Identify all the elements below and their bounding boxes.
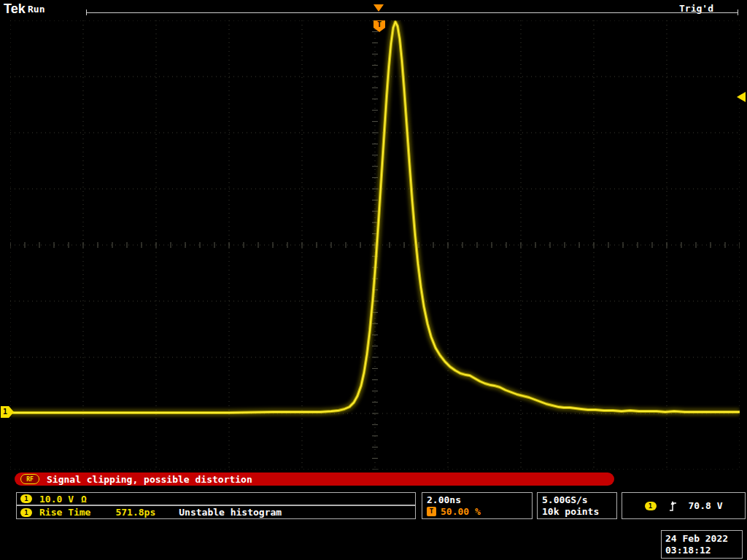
acquisition-readout-box[interactable]: 5.00GS/s 10k points — [537, 492, 617, 519]
timebase-readout-box[interactable]: 2.00ns T 50.00 % — [422, 492, 533, 519]
datetime-box: 24 Feb 2022 03:18:12 — [661, 530, 743, 559]
measurement-value: 571.8ps — [115, 507, 155, 518]
warning-badge-icon: RF — [20, 474, 39, 484]
measurement-status: Unstable histogram — [179, 507, 282, 518]
record-view-right-tick — [738, 9, 738, 15]
warning-banner: RF Signal clipping, possible distortion — [15, 472, 614, 486]
sample-rate: 5.00GS/s — [542, 494, 612, 505]
record-length: 10k points — [542, 506, 612, 517]
trigger-readout-box[interactable]: 1 70.8 V — [622, 492, 746, 519]
acquisition-status: Run — [28, 4, 44, 15]
time-value: 03:18:12 — [665, 545, 738, 556]
channel1-readout-box[interactable]: 1 10.0 V Ω — [16, 492, 416, 505]
graticule — [10, 20, 740, 470]
trigger-level-value: 70.8 V — [689, 500, 723, 511]
channel1-badge: 1 — [20, 494, 32, 503]
waveform-ch1 — [10, 20, 740, 470]
tek-logo: Tek — [4, 1, 26, 17]
date-value: 24 Feb 2022 — [665, 533, 738, 544]
channel1-coupling: Ω — [81, 494, 87, 505]
channel1-scale: 10.0 V — [39, 494, 74, 505]
record-view-line — [86, 12, 738, 13]
record-trigger-position-icon[interactable] — [374, 4, 384, 12]
measurement-label: Rise Time — [39, 507, 90, 518]
record-view-left-tick — [86, 9, 87, 15]
trigger-position-badge: T — [427, 507, 436, 516]
oscilloscope-screen: { "header": { "logo": "Tek", "acq_status… — [0, 0, 747, 560]
measurement-readout-box[interactable]: 1 Rise Time 571.8ps Unstable histogram — [16, 505, 416, 519]
measurement-channel-badge: 1 — [20, 508, 32, 517]
timebase-scale: 2.00ns — [427, 494, 527, 505]
trigger-position-value: 50.00 % — [441, 506, 481, 517]
warning-text: Signal clipping, possible distortion — [47, 474, 252, 485]
trigger-level-arrow-icon[interactable] — [737, 92, 746, 102]
trigger-source-badge: 1 — [645, 502, 657, 510]
rising-edge-icon — [668, 500, 677, 512]
